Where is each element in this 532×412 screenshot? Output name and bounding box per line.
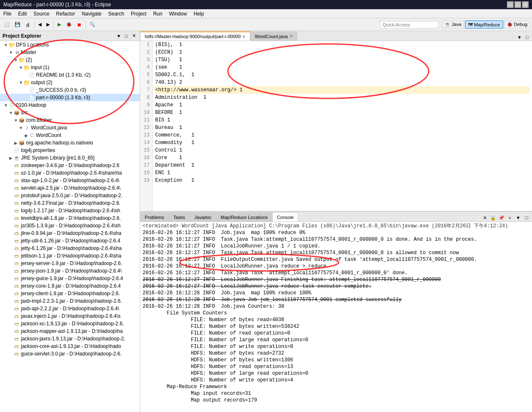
tree-item-wordcount-class[interactable]: ◆ C WordCount xyxy=(0,131,140,139)
menu-search[interactable]: Search xyxy=(105,10,128,18)
toolbar-save[interactable]: 💾 xyxy=(13,21,23,28)
tree-item-log4j-jar[interactable]: 🗃 log4j-1.2.17.jar - D:\Hadoop\hadoop-2.… xyxy=(0,207,140,214)
jersey-client-icon: 🗃 xyxy=(13,290,20,297)
console-clear[interactable]: ✕ xyxy=(481,214,489,221)
tree-item-zookeeper[interactable]: 🗃 zookeeper-3.4.6.jar - D:\Hadoop\hadoop… xyxy=(0,162,140,169)
tree-item-master[interactable]: ▼ 🖥 Master xyxy=(0,49,140,56)
tab-wordcount[interactable]: WordCount.java ✕ xyxy=(250,31,297,41)
tree-item-readme[interactable]: 📄 README.txt (1.3 Kb, r2) xyxy=(0,71,140,79)
tree-item-jre[interactable]: ▶ ☕ JRE System Library [jre1.8.0_65] xyxy=(0,154,140,162)
perspective-java[interactable]: ☕ Java xyxy=(442,21,464,28)
tree-item-jetty[interactable]: 🗃 jetty-6.1.26.jar - D:\Hadoop\hadoop-2.… xyxy=(0,245,140,252)
console-scroll-lock[interactable]: 🔒 xyxy=(489,214,497,221)
menu-edit[interactable]: Edit xyxy=(15,10,30,18)
toolbar-debug[interactable]: 🐞 xyxy=(64,21,74,28)
editor-minimize[interactable]: ▼ xyxy=(516,34,523,41)
tree-item-jersey-json[interactable]: 🗃 jersey-json-1.9.jar - D:\Hadoop\hadoop… xyxy=(0,267,140,275)
tree-item-output[interactable]: ▼ 📁 output (2) xyxy=(0,79,140,86)
line-num-3: 3 xyxy=(143,56,150,64)
editor-maximize[interactable]: □ xyxy=(524,34,530,41)
tree-item-jsr305[interactable]: 🗃 jsr305-1.3.9.jar - D:\Hadoop\hadoop-2.… xyxy=(0,222,140,229)
console-line-2: 2016-02-26 16:12:27 INFO Task.java Task:… xyxy=(143,236,529,243)
tree-item-jackson-xc[interactable]: 🗃 jackson-xc-1.9.13.jar - D:\Hadoop\hado… xyxy=(0,320,140,327)
menu-refactor[interactable]: Refactor xyxy=(53,10,78,18)
tree-item-log4j[interactable]: 📄 log4j.properties xyxy=(0,147,140,154)
tree-item-jackson-mapper[interactable]: 🗃 jackson-mapper-asl-1.9.13.jar - D:\Had… xyxy=(0,327,140,335)
console-line-4: 2016-02-26 16:12:27 INFO Task.java Task … xyxy=(143,250,529,256)
panel-collapse-btn[interactable]: ▼ xyxy=(115,33,122,39)
tree-item-jaxb-api[interactable]: 🗃 jaxb-api-2.2.2.jar - D:\Hadoop\hadoop-… xyxy=(0,305,140,312)
minimize-button[interactable]: ─ xyxy=(507,1,514,8)
menu-help[interactable]: Help xyxy=(190,10,207,18)
tree-item-jersey-client[interactable]: 🗃 jersey-client-1.9.jar - D:\Hadoop\hado… xyxy=(0,290,140,297)
tree-item-jackson-core[interactable]: 🗃 jackson-core-asl-1.9.13.jar - D:\Hadoo… xyxy=(0,342,140,350)
tree-item-javax-inject[interactable]: 🗃 javax.inject-1.jar - D:\Hadoop\hadoop-… xyxy=(0,312,140,320)
maximize-button[interactable]: □ xyxy=(514,1,521,8)
toolbar-new[interactable]: ⬜ xyxy=(2,21,12,28)
line-num-19: 19 xyxy=(143,177,150,184)
tree-item-jersey-guice[interactable]: 🗃 jersey-guice-1.9.jar - D:\Hadoop\hadoo… xyxy=(0,275,140,282)
wordcount-java-label: WordCount.java xyxy=(31,125,67,131)
tree-item-nativeio[interactable]: ▶ 📦 org.apache.hadoop.io.nativeio xyxy=(0,139,140,147)
tree-item-success[interactable]: 📄 _SUCCESS (0.0 b, r3) xyxy=(0,86,140,94)
tree-item-input[interactable]: ▼ 📁 input (1) xyxy=(0,64,140,71)
tree-item-guice-servlet[interactable]: 🗃 guice-servlet-3.0.jar - D:\Hadoop\hado… xyxy=(0,350,140,358)
tab-console[interactable]: Console xyxy=(272,212,298,221)
tree-item-xz[interactable]: 🗃 xz-1.0.jar - D:\Hadoop\hadoop-2.6.4\sh… xyxy=(0,169,140,177)
tab-part-file[interactable]: hdfs://Master.Hadoop:9000/output/part-r-… xyxy=(140,31,250,41)
perspective-debug[interactable]: 🐞 Debug xyxy=(504,21,530,28)
toolbar-stop[interactable]: ⏹ xyxy=(75,21,84,28)
toolbar-sep3 xyxy=(85,21,86,29)
tree-item-protobuf[interactable]: 🗃 protobuf-java-2.5.0.jar - D:\Hadoop\ha… xyxy=(0,192,140,199)
tree-item-servlet[interactable]: 🗃 servlet-api-2.5.jar - D:\Hadoop\hadoop… xyxy=(0,184,140,192)
tree-item-jline[interactable]: 🗃 jline-0.9.94.jar - D:\Hadoop\hadoop-2.… xyxy=(0,229,140,237)
tab-mapreduce-locations[interactable]: Map/Reduce Locations xyxy=(216,212,273,221)
console-maximize[interactable]: □ xyxy=(523,214,530,221)
code-lines[interactable]: (BIS), 1 (ECCN) 1 (TSU) 1 (see 1 5D002.C… xyxy=(153,41,532,211)
tree-item-netty[interactable]: 🗃 netty-3.6.2.Final.jar - D:\Hadoop\hado… xyxy=(0,199,140,207)
success-icon: 📄 xyxy=(28,87,35,93)
tab-problems[interactable]: Problems xyxy=(140,212,169,221)
tab-wordcount-close[interactable]: ✕ xyxy=(289,34,293,39)
tree-item-hadoop-project[interactable]: ▼ ⬡ 0100-Hadoop xyxy=(0,101,140,109)
console-pin[interactable]: 📌 xyxy=(498,214,505,221)
tab-part-close[interactable]: ✕ xyxy=(242,34,246,39)
tree-item-wordcount-java[interactable]: ▼ J WordCount.java xyxy=(0,124,140,131)
tab-javadoc[interactable]: Javadoc xyxy=(190,212,216,221)
menu-file[interactable]: File xyxy=(0,10,15,18)
tree-item-jersey-server[interactable]: 🗃 jersey-server-1.9.jar - D:\Hadoop\hado… xyxy=(0,260,140,267)
panel-maximize-btn[interactable]: □ xyxy=(123,33,130,39)
menu-run[interactable]: Run xyxy=(150,10,166,18)
tree-item-package[interactable]: ▼ 📦 com.ttfisher xyxy=(0,116,140,124)
quick-access-input[interactable] xyxy=(380,21,438,28)
editor-content: 1 2 3 4 5 6 7 8 9 10 11 12 13 14 xyxy=(140,41,532,211)
console-new[interactable]: + xyxy=(506,214,514,221)
tree-item-stax[interactable]: 🗃 stax-api-1.0-2.jar - D:\Hadoop\hadoop-… xyxy=(0,177,140,184)
tree-item-jackson-jaxrs[interactable]: 🗃 jackson-jaxrs-1.9.13.jar - D:\Hadoop\h… xyxy=(0,335,140,342)
panel-close-btn[interactable]: ✕ xyxy=(130,33,137,39)
toolbar-print[interactable]: 🖨 xyxy=(23,21,32,28)
tree-item-jersey-core[interactable]: 🗃 jersey-core-1.9.jar - D:\Hadoop\hadoop… xyxy=(0,282,140,290)
toolbar-search[interactable]: 🔍 xyxy=(87,21,97,28)
toolbar-back[interactable]: ◀ xyxy=(36,21,43,28)
menu-window[interactable]: Window xyxy=(166,10,190,18)
menu-navigate[interactable]: Navigate xyxy=(78,10,105,18)
menu-project[interactable]: Project xyxy=(128,10,150,18)
tree-item-part[interactable]: 📄 part-r-00000 (1.3 Kb, r3) xyxy=(0,94,140,101)
perspective-mapreduce[interactable]: 🗺 Map/Reduce xyxy=(465,21,503,28)
console-minimize[interactable]: ▼ xyxy=(514,214,522,221)
console-line-6: 2016-02-26 16:12:27 INFO LocalJobRunner.… xyxy=(143,263,529,270)
tree-item-jetty-util[interactable]: 🗃 jetty-util-6.1.26.jar - D:\Hadoop\hado… xyxy=(0,237,140,245)
tree-item-leveldbjni[interactable]: 🗃 leveldbjni-all-1.8.jar - D:\Hadoop\had… xyxy=(0,214,140,222)
tree-item-jaxb-impl[interactable]: 🗃 jaxb-impl-2.2.3-1.jar - D:\Hadoop\hado… xyxy=(0,297,140,305)
tree-item-jettison[interactable]: 🗃 jettison-1.1.jar - D:\Hadoop\hadoop-2.… xyxy=(0,252,140,260)
tree-item-2[interactable]: ▼ 📁 (2) xyxy=(0,56,140,64)
toolbar-forward[interactable]: ▶ xyxy=(44,21,52,28)
tree-item-src[interactable]: ▼ 📦 src xyxy=(0,109,140,116)
close-button[interactable]: ✕ xyxy=(522,1,529,8)
code-line-14: Commodity 1 xyxy=(155,139,529,147)
toolbar-run[interactable]: ▶ xyxy=(56,21,63,28)
tab-tasks[interactable]: Tasks xyxy=(169,212,189,221)
tree-item-dfs-locations[interactable]: ▼ 📁 DFS Locations xyxy=(0,41,140,49)
menu-source[interactable]: Source xyxy=(30,10,53,18)
